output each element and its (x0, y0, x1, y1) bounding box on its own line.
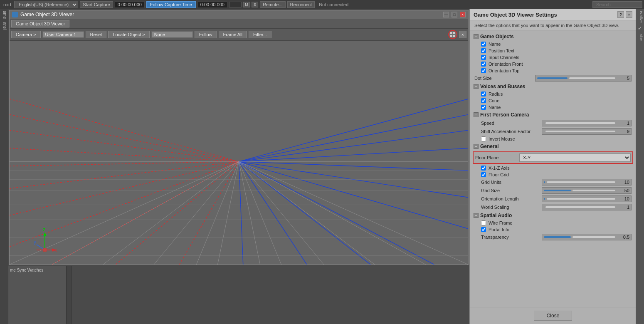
filter-button[interactable]: Filter... (249, 31, 271, 38)
dot-size-slider[interactable] (537, 77, 568, 79)
viewer-titlebar: Game Object 3D Viewer — □ × (10, 10, 468, 19)
follow-button[interactable]: Follow (195, 31, 217, 38)
game-objects-label: Game Objects (480, 34, 514, 40)
grid-units-label: Grid Units (481, 180, 539, 185)
follow-capture-button[interactable]: Follow Capture Time (146, 1, 196, 8)
portal-info-checkbox[interactable] (481, 227, 486, 232)
orientation-length-value: 10 (617, 196, 629, 201)
camera-input[interactable] (42, 31, 84, 38)
reset-button[interactable]: Reset (86, 31, 107, 38)
locate-object-button[interactable]: Locate Object > (108, 31, 149, 38)
first-person-section-header[interactable]: − First Person Camera (473, 111, 633, 119)
floor-plane-select[interactable]: X-Y X-Z Y-Z (519, 153, 631, 162)
transparency-value: 0.5 (617, 235, 629, 240)
s-button[interactable]: S (252, 2, 258, 7)
settings-panel-title: Game Object 3D Viewer Settings (474, 12, 616, 18)
vb-name-checkbox[interactable] (481, 105, 486, 110)
maximize-button[interactable]: □ (452, 12, 457, 17)
remote-button[interactable]: Remote... (260, 1, 286, 8)
orientation-top-checkbox[interactable] (481, 68, 486, 73)
grid-units-slider[interactable] (544, 181, 545, 183)
first-person-label: First Person Camera (480, 112, 529, 118)
voices-busses-toggle[interactable]: − (474, 84, 479, 89)
svg-rect-1 (453, 32, 455, 34)
portal-info-label: Portal Info (489, 227, 509, 232)
settings-titlebar: Game Object 3D Viewer Settings ? × (470, 9, 636, 20)
name-checkbox[interactable] (481, 42, 486, 47)
axis-indicator: z x y (30, 227, 55, 252)
checkbox-vb-name: Name (479, 104, 633, 111)
orientation-length-slider-container: 10 (542, 195, 632, 202)
close-window-button[interactable]: × (460, 12, 466, 17)
checkbox-orientation-front: Orientation Front (479, 61, 633, 67)
speed-slider-container: 1 (542, 120, 632, 126)
spatial-audio-toggle[interactable]: − (474, 213, 479, 218)
grid-size-row: Grid Size 50 (479, 186, 633, 195)
bottom-main-panel (72, 266, 469, 324)
language-select[interactable]: English(US) (Reference) (14, 1, 78, 8)
transparency-row: Transparency 0.5 (479, 233, 633, 241)
voices-busses-label: Voices and Busses (480, 84, 526, 89)
cone-checkbox[interactable] (481, 98, 486, 103)
game-objects-toggle[interactable]: − (474, 34, 479, 39)
orientation-front-checkbox[interactable] (481, 62, 486, 67)
radius-label: Radius (489, 92, 503, 96)
checkbox-cone: Cone (479, 97, 633, 104)
invert-mouse-checkbox[interactable] (481, 136, 486, 141)
transparency-slider[interactable] (544, 236, 571, 238)
settings-close-button[interactable]: × (626, 11, 632, 18)
m-button[interactable]: M (243, 2, 250, 7)
settings-description: Select the options that you want to appe… (470, 20, 636, 31)
viewer-tab[interactable]: Game Object 3D Viewer (11, 20, 69, 27)
spatial-audio-section-header[interactable]: − Spatial Audio (473, 211, 633, 220)
settings-button[interactable] (448, 30, 457, 39)
settings-panel: Game Object 3D Viewer Settings ? × Selec… (469, 9, 636, 324)
capture-time-2: 0:00:00.000 (197, 1, 227, 8)
start-capture-button[interactable]: Start Capture (80, 1, 113, 8)
alive-checkmark: ✓ (636, 25, 644, 32)
bottom-scrollbar[interactable] (67, 266, 72, 324)
game-objects-section-header[interactable]: − Game Objects (473, 32, 633, 41)
settings-help-button[interactable]: ? (617, 11, 624, 18)
game-objects-content: Name Position Text Input Channels Orient… (473, 41, 633, 74)
minimize-button[interactable]: — (443, 12, 449, 17)
general-section-header[interactable]: − General (473, 142, 633, 151)
grid-size-slider[interactable] (544, 190, 571, 191)
input-channels-checkbox[interactable] (481, 55, 486, 60)
floor-grid-checkbox[interactable] (481, 172, 486, 177)
grid-size-slider-container: 50 (542, 187, 632, 194)
3d-viewport[interactable]: z x y (10, 41, 468, 265)
viewport-close-button[interactable]: × (459, 31, 466, 38)
position-text-checkbox[interactable] (481, 48, 486, 53)
grid-units-row: Grid Units 10 (479, 178, 633, 186)
vb-name-label: Name (489, 105, 501, 110)
orientation-length-row: Orientation Length 10 (479, 195, 633, 203)
locate-input[interactable] (151, 31, 193, 38)
name-label: Name (489, 42, 501, 47)
shift-acc-row: Shift Acceleration Factor 9 (479, 127, 633, 136)
first-person-content: Speed 1 Shift Acceleration Factor 9 (473, 119, 633, 142)
transparency-slider-container: 0.5 (542, 234, 632, 240)
settings-footer: Close (470, 307, 636, 324)
reconnect-button[interactable]: Reconnect (287, 1, 315, 8)
search-input[interactable] (592, 1, 642, 8)
bottom-area: me Sync Watches (8, 266, 469, 324)
camera-button[interactable]: Camera > (11, 31, 41, 38)
settings-close-btn[interactable]: Close (534, 311, 572, 321)
general-toggle[interactable]: − (474, 144, 479, 149)
radius-checkbox[interactable] (481, 92, 486, 96)
frame-all-button[interactable]: Frame All (219, 31, 247, 38)
orientation-length-slider[interactable] (544, 198, 545, 200)
svg-text:y: y (34, 239, 36, 245)
general-label: General (480, 143, 499, 149)
voices-busses-section-header[interactable]: − Voices and Busses (473, 82, 633, 91)
svg-rect-2 (450, 35, 452, 37)
general-content: X-1-Z Axis Floor Grid Grid Units 10 Grid… (473, 165, 633, 211)
world-scaling-value: 1 (617, 205, 629, 210)
far-right-panel: Is Alive ✓ alue (636, 9, 644, 324)
first-person-toggle[interactable]: − (474, 112, 479, 117)
x1z-axis-checkbox[interactable] (481, 166, 486, 171)
android-label: roid (2, 2, 12, 7)
orientation-front-label: Orientation Front (489, 62, 523, 67)
wireframe-checkbox[interactable] (481, 220, 486, 225)
